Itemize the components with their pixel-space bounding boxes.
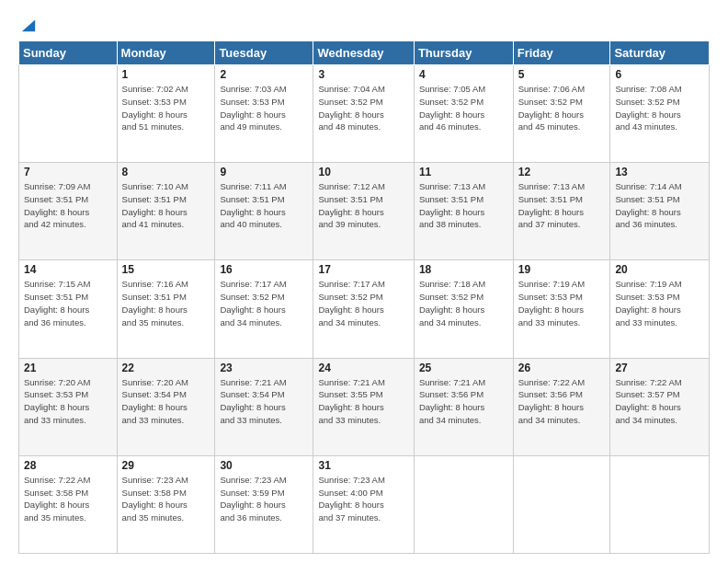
header: [18, 17, 710, 33]
svg-marker-0: [22, 20, 35, 32]
day-info: Sunrise: 7:13 AM Sunset: 3:51 PM Dayligh…: [518, 180, 606, 231]
day-info: Sunrise: 7:15 AM Sunset: 3:51 PM Dayligh…: [24, 278, 112, 328]
calendar: SundayMondayTuesdayWednesdayThursdayFrid…: [18, 40, 710, 554]
day-number: 30: [220, 459, 308, 472]
day-number: 12: [518, 166, 606, 178]
day-info: Sunrise: 7:19 AM Sunset: 3:53 PM Dayligh…: [615, 278, 704, 328]
day-cell: 4Sunrise: 7:05 AM Sunset: 3:52 PM Daylig…: [414, 65, 513, 163]
day-cell: 15Sunrise: 7:16 AM Sunset: 3:51 PM Dayli…: [117, 260, 215, 358]
day-number: 8: [122, 166, 210, 178]
day-cell: 22Sunrise: 7:20 AM Sunset: 3:54 PM Dayli…: [117, 358, 215, 455]
day-info: Sunrise: 7:04 AM Sunset: 3:52 PM Dayligh…: [318, 83, 408, 133]
day-cell: 8Sunrise: 7:10 AM Sunset: 3:51 PM Daylig…: [117, 163, 215, 260]
day-info: Sunrise: 7:14 AM Sunset: 3:51 PM Dayligh…: [615, 180, 704, 231]
day-number: 4: [419, 68, 508, 81]
day-number: 16: [220, 263, 308, 276]
day-cell: 31Sunrise: 7:23 AM Sunset: 4:00 PM Dayli…: [313, 455, 414, 553]
day-info: Sunrise: 7:02 AM Sunset: 3:53 PM Dayligh…: [122, 83, 210, 133]
page: SundayMondayTuesdayWednesdayThursdayFrid…: [0, 0, 728, 563]
day-info: Sunrise: 7:23 AM Sunset: 3:58 PM Dayligh…: [122, 474, 210, 524]
weekday-header-row: SundayMondayTuesdayWednesdayThursdayFrid…: [19, 41, 710, 65]
week-row-2: 7Sunrise: 7:09 AM Sunset: 3:51 PM Daylig…: [19, 163, 710, 260]
day-info: Sunrise: 7:21 AM Sunset: 3:55 PM Dayligh…: [318, 376, 408, 427]
weekday-header-thursday: Thursday: [414, 41, 513, 65]
day-info: Sunrise: 7:10 AM Sunset: 3:51 PM Dayligh…: [122, 180, 210, 231]
week-row-3: 14Sunrise: 7:15 AM Sunset: 3:51 PM Dayli…: [19, 260, 710, 358]
logo: [18, 17, 37, 33]
day-info: Sunrise: 7:08 AM Sunset: 3:52 PM Dayligh…: [615, 83, 704, 133]
day-number: 2: [220, 68, 308, 81]
week-row-5: 28Sunrise: 7:22 AM Sunset: 3:58 PM Dayli…: [19, 455, 710, 553]
day-cell: 21Sunrise: 7:20 AM Sunset: 3:53 PM Dayli…: [19, 358, 118, 455]
day-info: Sunrise: 7:22 AM Sunset: 3:57 PM Dayligh…: [615, 376, 704, 427]
day-cell: [513, 455, 610, 553]
day-number: 19: [518, 263, 606, 276]
day-cell: 1Sunrise: 7:02 AM Sunset: 3:53 PM Daylig…: [117, 65, 215, 163]
day-cell: [19, 65, 118, 163]
week-row-1: 1Sunrise: 7:02 AM Sunset: 3:53 PM Daylig…: [19, 65, 710, 163]
day-cell: 5Sunrise: 7:06 AM Sunset: 3:52 PM Daylig…: [513, 65, 610, 163]
day-number: 9: [220, 166, 308, 178]
day-number: 31: [318, 459, 408, 472]
week-row-4: 21Sunrise: 7:20 AM Sunset: 3:53 PM Dayli…: [19, 358, 710, 455]
day-info: Sunrise: 7:03 AM Sunset: 3:53 PM Dayligh…: [220, 83, 308, 133]
day-cell: 28Sunrise: 7:22 AM Sunset: 3:58 PM Dayli…: [19, 455, 118, 553]
day-cell: 12Sunrise: 7:13 AM Sunset: 3:51 PM Dayli…: [513, 163, 610, 260]
day-info: Sunrise: 7:20 AM Sunset: 3:54 PM Dayligh…: [122, 376, 210, 427]
day-number: 18: [419, 263, 508, 276]
day-info: Sunrise: 7:20 AM Sunset: 3:53 PM Dayligh…: [24, 376, 112, 427]
day-cell: 19Sunrise: 7:19 AM Sunset: 3:53 PM Dayli…: [513, 260, 610, 358]
day-cell: 25Sunrise: 7:21 AM Sunset: 3:56 PM Dayli…: [414, 358, 513, 455]
day-number: 22: [122, 362, 210, 374]
day-info: Sunrise: 7:17 AM Sunset: 3:52 PM Dayligh…: [220, 278, 308, 328]
day-cell: 9Sunrise: 7:11 AM Sunset: 3:51 PM Daylig…: [215, 163, 313, 260]
day-info: Sunrise: 7:23 AM Sunset: 4:00 PM Dayligh…: [318, 474, 408, 524]
day-cell: 2Sunrise: 7:03 AM Sunset: 3:53 PM Daylig…: [215, 65, 313, 163]
day-cell: 30Sunrise: 7:23 AM Sunset: 3:59 PM Dayli…: [215, 455, 313, 553]
day-number: 15: [122, 263, 210, 276]
weekday-header-saturday: Saturday: [610, 41, 710, 65]
day-cell: 18Sunrise: 7:18 AM Sunset: 3:52 PM Dayli…: [414, 260, 513, 358]
day-cell: 11Sunrise: 7:13 AM Sunset: 3:51 PM Dayli…: [414, 163, 513, 260]
day-info: Sunrise: 7:09 AM Sunset: 3:51 PM Dayligh…: [24, 180, 112, 231]
day-cell: 27Sunrise: 7:22 AM Sunset: 3:57 PM Dayli…: [610, 358, 710, 455]
day-number: 11: [419, 166, 508, 178]
day-cell: 24Sunrise: 7:21 AM Sunset: 3:55 PM Dayli…: [313, 358, 414, 455]
day-info: Sunrise: 7:21 AM Sunset: 3:56 PM Dayligh…: [419, 376, 508, 427]
day-number: 7: [24, 166, 112, 178]
day-info: Sunrise: 7:06 AM Sunset: 3:52 PM Dayligh…: [518, 83, 606, 133]
day-info: Sunrise: 7:12 AM Sunset: 3:51 PM Dayligh…: [318, 180, 408, 231]
day-number: 17: [318, 263, 408, 276]
weekday-header-friday: Friday: [513, 41, 610, 65]
day-info: Sunrise: 7:22 AM Sunset: 3:56 PM Dayligh…: [518, 376, 606, 427]
day-info: Sunrise: 7:23 AM Sunset: 3:59 PM Dayligh…: [220, 474, 308, 524]
day-cell: 14Sunrise: 7:15 AM Sunset: 3:51 PM Dayli…: [19, 260, 118, 358]
day-number: 6: [615, 68, 704, 81]
day-cell: 16Sunrise: 7:17 AM Sunset: 3:52 PM Dayli…: [215, 260, 313, 358]
weekday-header-tuesday: Tuesday: [215, 41, 313, 65]
day-number: 23: [220, 362, 308, 374]
day-cell: 13Sunrise: 7:14 AM Sunset: 3:51 PM Dayli…: [610, 163, 710, 260]
day-cell: 10Sunrise: 7:12 AM Sunset: 3:51 PM Dayli…: [313, 163, 414, 260]
day-number: 13: [615, 166, 704, 178]
day-info: Sunrise: 7:21 AM Sunset: 3:54 PM Dayligh…: [220, 376, 308, 427]
day-cell: [414, 455, 513, 553]
day-number: 24: [318, 362, 408, 374]
day-cell: 20Sunrise: 7:19 AM Sunset: 3:53 PM Dayli…: [610, 260, 710, 358]
day-info: Sunrise: 7:05 AM Sunset: 3:52 PM Dayligh…: [419, 83, 508, 133]
day-info: Sunrise: 7:17 AM Sunset: 3:52 PM Dayligh…: [318, 278, 408, 328]
day-number: 27: [615, 362, 704, 374]
day-cell: 7Sunrise: 7:09 AM Sunset: 3:51 PM Daylig…: [19, 163, 118, 260]
day-number: 5: [518, 68, 606, 81]
day-cell: 23Sunrise: 7:21 AM Sunset: 3:54 PM Dayli…: [215, 358, 313, 455]
day-cell: 6Sunrise: 7:08 AM Sunset: 3:52 PM Daylig…: [610, 65, 710, 163]
day-info: Sunrise: 7:22 AM Sunset: 3:58 PM Dayligh…: [24, 474, 112, 524]
day-cell: [610, 455, 710, 553]
day-info: Sunrise: 7:18 AM Sunset: 3:52 PM Dayligh…: [419, 278, 508, 328]
day-cell: 26Sunrise: 7:22 AM Sunset: 3:56 PM Dayli…: [513, 358, 610, 455]
day-cell: 3Sunrise: 7:04 AM Sunset: 3:52 PM Daylig…: [313, 65, 414, 163]
day-number: 26: [518, 362, 606, 374]
weekday-header-monday: Monday: [117, 41, 215, 65]
day-number: 3: [318, 68, 408, 81]
day-number: 29: [122, 459, 210, 472]
